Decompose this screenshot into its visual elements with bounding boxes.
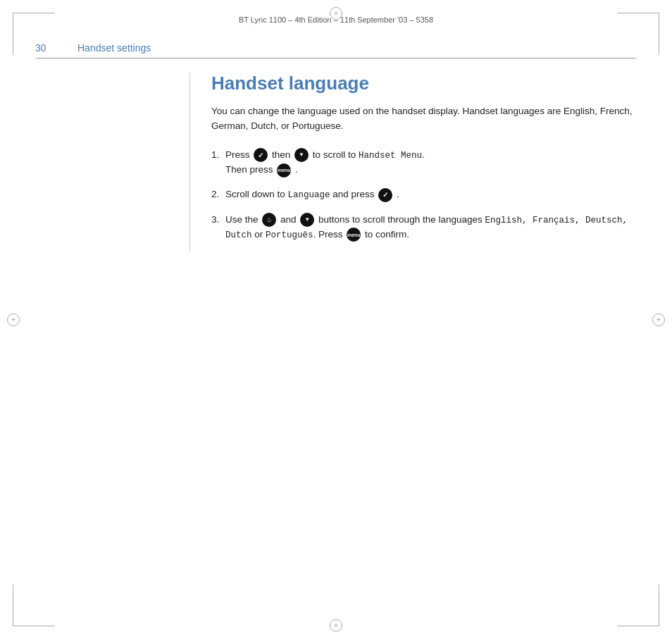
section-number: 30 (35, 42, 77, 54)
reg-mark-right (652, 314, 665, 326)
checkmark-icon-1 (254, 148, 268, 162)
house-icon: ⌂ (262, 213, 276, 227)
intro-text: You can change the language used on the … (211, 104, 637, 134)
step1-icon-menu (294, 148, 309, 163)
step3-icon-menu (300, 213, 314, 228)
step-3-num: 3. (211, 213, 225, 243)
step1-icon-ok: menu (277, 163, 291, 178)
step3-icon-ok: menu (347, 228, 361, 242)
menu-down-icon-1 (294, 148, 309, 162)
step-2-content: Scroll down to Language and press . (225, 187, 637, 202)
step2-mono-language: Language (288, 190, 330, 200)
step-1-num: 1. (211, 148, 225, 178)
section-header: 30 Handset settings (35, 42, 637, 58)
two-col-layout: Handset language You can change the lang… (35, 73, 637, 252)
step2-icon-check (378, 187, 392, 202)
header-text: BT Lyric 1100 – 4th Edition – 11th Septe… (239, 15, 433, 24)
page-header: BT Lyric 1100 – 4th Edition – 11th Septe… (0, 15, 672, 24)
menu-down-icon-2 (300, 213, 314, 227)
step-2: 2. Scroll down to Language and press . (211, 187, 637, 202)
left-col (35, 73, 190, 252)
instructions-list: 1. Press then to scroll to Handset Menu.… (211, 148, 637, 243)
content-heading: Handset language (211, 73, 637, 94)
step3-mono-portugues: Português (266, 230, 313, 240)
step-2-num: 2. (211, 187, 225, 202)
section-title: Handset settings (77, 42, 151, 54)
step1-then: then (272, 149, 293, 160)
menu-ok-icon-1: menu (277, 163, 291, 178)
step-1-content: Press then to scroll to Handset Menu. Th… (225, 148, 637, 178)
menu-ok-icon-2: menu (347, 228, 361, 242)
page-content: 30 Handset settings Handset language You… (35, 42, 637, 597)
reg-mark-bottom (330, 619, 342, 632)
reg-mark-left (7, 314, 20, 326)
right-col: Handset language You can change the lang… (190, 73, 637, 252)
step-1: 1. Press then to scroll to Handset Menu.… (211, 148, 637, 178)
step-3-content: Use the ⌂ and buttons to scroll through … (225, 213, 637, 243)
step1-icon-up (254, 148, 268, 163)
step1-mono-handset-menu: Handset Menu (359, 151, 422, 161)
step-3: 3. Use the ⌂ and buttons to scroll throu… (211, 213, 637, 243)
checkmark-icon-2 (378, 188, 392, 202)
